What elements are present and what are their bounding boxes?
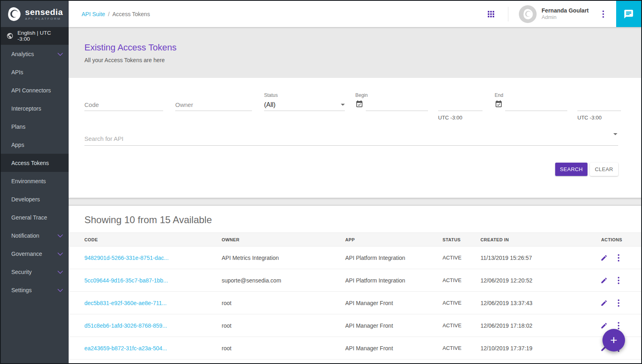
clear-button[interactable]: CLEAR (590, 163, 618, 176)
top-bar: API Suite / Access Tokens Fernanda Goula… (69, 1, 641, 27)
breadcrumb: API Suite / Access Tokens (82, 11, 150, 17)
section-divider (69, 198, 641, 206)
sidebar-item-label: Analytics (11, 51, 34, 57)
breadcrumb-api-suite[interactable]: API Suite (82, 11, 105, 17)
end-calendar-button[interactable] (495, 100, 503, 111)
results-panel: Showing 10 from 15 Available CODE OWNER … (69, 206, 641, 363)
sidebar-item-governance[interactable]: Governance (1, 245, 69, 263)
col-owner: OWNER (222, 237, 345, 242)
chat-icon (623, 9, 634, 19)
chat-button[interactable] (616, 1, 641, 27)
end-date-input[interactable] (505, 99, 567, 111)
table-row: ea243659-b872-31fc-a23a-504... root API … (69, 337, 641, 360)
begin-date-input[interactable] (366, 99, 428, 111)
token-created: 12/06/2019 13:37:43 (480, 300, 583, 306)
status-select[interactable]: (All) (264, 99, 345, 111)
sensedia-logo-icon (6, 6, 22, 22)
sidebar-item-settings[interactable]: Settings (1, 281, 69, 299)
sidebar-item-label: Developers (11, 196, 40, 203)
token-app: API Manager Front (345, 345, 443, 351)
token-code-link[interactable]: dec5b831-e92f-360e-ae8e-711... (84, 300, 222, 306)
sidebar-item-label: API Connectors (11, 87, 51, 94)
apps-grid-icon[interactable] (488, 11, 494, 17)
edit-button[interactable] (599, 320, 609, 331)
sidebar-item-label: Interceptors (11, 105, 41, 112)
end-label: End (495, 92, 567, 99)
sidebar-item-access-tokens[interactable]: Access Tokens (1, 154, 69, 172)
user-block: Fernanda Goulart Admin (541, 7, 589, 21)
sidebar-item-notification[interactable]: Notification (1, 226, 69, 245)
sidebar-item-analytics[interactable]: Analytics (1, 45, 69, 63)
status-badge: ACTIVE (443, 322, 480, 328)
app-window: sensedia API PLATFORM English | UTC -3:0… (0, 0, 642, 364)
row-menu-kebab-icon[interactable] (615, 297, 622, 309)
row-menu-kebab-icon[interactable] (615, 252, 622, 264)
sidebar-item-label: Notification (11, 232, 39, 239)
sidebar-item-label: Governance (11, 251, 42, 257)
filter-panel: Status (All) Begin (69, 78, 641, 198)
end-time-input[interactable] (577, 99, 621, 111)
avatar-logo-icon (522, 8, 534, 20)
sidebar-item-general-trace[interactable]: General Trace (1, 208, 69, 226)
token-code-link[interactable]: ea243659-b872-31fc-a23a-504... (84, 345, 222, 351)
sidebar-item-plans[interactable]: Plans (1, 117, 69, 136)
sidebar-nav: Analytics APIs API Connectors Intercepto… (1, 45, 69, 363)
token-app: API Manager Front (345, 322, 443, 329)
begin-timezone-label: UTC -3:00 (438, 115, 483, 121)
breadcrumb-current: Access Tokens (112, 11, 150, 17)
pencil-icon (600, 254, 608, 261)
edit-button[interactable] (599, 275, 609, 286)
chevron-down-icon (57, 50, 63, 56)
token-created: 12/06/2019 12:20:52 (480, 277, 583, 284)
page-title: Existing Access Tokens (84, 42, 641, 53)
sidebar-item-interceptors[interactable]: Interceptors (1, 99, 69, 117)
sidebar-item-label: Environments (11, 178, 46, 184)
sidebar-item-label: APIs (11, 69, 23, 75)
logo-subtitle: API PLATFORM (25, 17, 63, 21)
sidebar-item-label: Security (11, 269, 32, 275)
api-search-input[interactable] (84, 132, 618, 146)
sidebar-item-environments[interactable]: Environments (1, 172, 69, 190)
owner-input[interactable] (175, 99, 252, 111)
sidebar-item-api-connectors[interactable]: API Connectors (1, 81, 69, 99)
filter-buttons: SEARCH CLEAR (69, 146, 641, 176)
code-input[interactable] (84, 99, 163, 111)
header-divider (508, 7, 508, 21)
sidebar-item-apps[interactable]: Apps (1, 136, 69, 154)
edit-button[interactable] (599, 253, 609, 263)
sidebar-item-developers[interactable]: Developers (1, 190, 69, 208)
col-status: STATUS (443, 237, 480, 242)
token-code-link[interactable]: 5cc09644-9d16-35c7-ba87-1bb... (84, 277, 222, 284)
avatar[interactable] (519, 5, 537, 23)
user-role: Admin (541, 14, 589, 21)
add-token-fab[interactable]: + (602, 329, 625, 351)
user-name: Fernanda Goulart (541, 7, 589, 15)
sidebar-item-apis[interactable]: APIs (1, 63, 69, 81)
token-created: 12/10/2019 17:37:19 (480, 345, 583, 351)
language-label: English | UTC -3:00 (17, 30, 63, 42)
row-menu-kebab-icon[interactable] (615, 275, 622, 286)
token-app: API Platform Integration (345, 277, 443, 284)
status-badge: ACTIVE (443, 345, 480, 351)
sensedia-logo[interactable]: sensedia API PLATFORM (1, 1, 69, 27)
user-menu-kebab-icon[interactable] (599, 7, 607, 21)
begin-time-input[interactable] (438, 99, 483, 111)
token-owner: root (222, 300, 345, 306)
table-row: 9482901d-5266-331e-8751-dac... API Metri… (69, 247, 641, 269)
pencil-icon (600, 299, 608, 307)
search-button[interactable]: SEARCH (555, 163, 587, 176)
sidebar-item-label: Access Tokens (11, 160, 49, 166)
begin-calendar-button[interactable] (355, 100, 363, 111)
language-selector[interactable]: English | UTC -3:00 (1, 27, 69, 45)
sidebar-item-security[interactable]: Security (1, 263, 69, 281)
sidebar: sensedia API PLATFORM English | UTC -3:0… (1, 1, 69, 363)
chevron-down-icon (57, 250, 63, 255)
col-actions: ACTIONS (583, 237, 622, 242)
pencil-icon (600, 322, 608, 329)
token-code-link[interactable]: d51c8eb6-1afd-3026-8768-859... (84, 322, 222, 329)
chevron-down-icon (613, 133, 617, 135)
chevron-down-icon (57, 286, 63, 292)
col-app: APP (345, 237, 443, 242)
edit-button[interactable] (599, 298, 609, 308)
token-code-link[interactable]: 9482901d-5266-331e-8751-dac... (84, 255, 222, 261)
